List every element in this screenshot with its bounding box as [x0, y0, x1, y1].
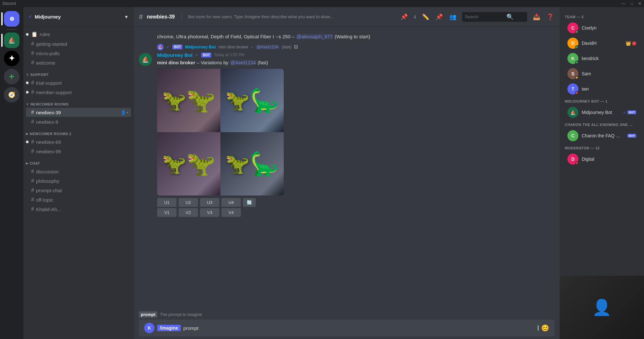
- hash-icon: #: [31, 80, 34, 86]
- member-item-davidh[interactable]: D DavidH 👑 ⬤: [562, 36, 641, 51]
- compass-icon: 🧭: [8, 91, 15, 98]
- maximize-button[interactable]: □: [631, 1, 633, 6]
- channel-item-partial[interactable]: # Khalid-Ah...: [26, 205, 131, 214]
- unread-indicator: [26, 33, 29, 36]
- channel-name-trial-support: trial-support: [36, 80, 62, 86]
- member-item-twn[interactable]: T twn: [562, 82, 641, 96]
- member-item-cixelyn[interactable]: C Cixelyn: [562, 20, 641, 35]
- prompt-input[interactable]: [183, 325, 535, 331]
- bot-avatar: ⛵: [139, 53, 152, 66]
- channel-item-discussion[interactable]: # discussion: [26, 167, 131, 176]
- category-newcomer-rooms-2[interactable]: ▶ NEWCOMER ROOMS 2: [23, 127, 134, 137]
- u1-button[interactable]: U1: [157, 198, 177, 207]
- status-dot-sam: [575, 76, 578, 79]
- charon-bot-badge: BOT: [627, 134, 636, 138]
- channel-item-micro-polls[interactable]: # micro-polls: [26, 49, 131, 58]
- server-menu-chevron[interactable]: ▼: [124, 14, 129, 19]
- v4-button[interactable]: V4: [221, 208, 241, 217]
- pin-icon[interactable]: 📌: [400, 13, 408, 21]
- channel-item-newbies-9[interactable]: # newbies-9: [26, 117, 131, 126]
- grid-cell-1[interactable]: 🦖: [157, 69, 220, 132]
- category-support[interactable]: ▼ SUPPORT: [23, 68, 134, 78]
- channel-item-off-topic[interactable]: # off-topic: [26, 195, 131, 204]
- channel-name-getting-started: getting-started: [36, 41, 67, 47]
- charon-badges: BOT: [627, 134, 636, 138]
- close-button[interactable]: ✕: [638, 1, 641, 6]
- bot-verified-check: ✓: [166, 44, 170, 49]
- hash-icon: #: [31, 187, 34, 193]
- category-chat[interactable]: ▶ CHAT: [23, 156, 134, 167]
- channel-item-welcome[interactable]: # welcome: [26, 58, 131, 67]
- channel-item-newbies-69[interactable]: # newbies-69: [26, 137, 131, 146]
- v2-button[interactable]: V2: [179, 208, 198, 217]
- explore-servers-button[interactable]: 🧭: [4, 87, 19, 103]
- member-avatar-midjourney-bot: ⛵: [567, 107, 578, 118]
- message-group-bot: ⛵ Midjourney Bot ✓ BOT Today at 2:55 PM …: [134, 51, 560, 220]
- search-input[interactable]: [465, 14, 504, 19]
- v3-button[interactable]: V3: [200, 208, 219, 217]
- member-item-midjourney-bot[interactable]: ⛵ Midjourney Bot ✓ BOT: [562, 105, 641, 120]
- channel-name-rules: rules: [40, 31, 50, 37]
- grid-cell-3[interactable]: 🦖: [157, 132, 220, 195]
- channel-item-newbies-39[interactable]: # newbies-39 👤+: [26, 108, 131, 117]
- category-newcomer-rooms[interactable]: ▼ NEWCOMER ROOMS: [23, 97, 134, 107]
- input-user-avatar: K: [144, 323, 155, 333]
- refresh-button[interactable]: 🔄: [243, 198, 256, 207]
- channel-item-trial-support[interactable]: # trial-support: [26, 78, 131, 87]
- hash-icon: #: [31, 139, 34, 145]
- channel-item-newbies-99[interactable]: # newbies-99: [26, 147, 131, 156]
- video-content: 👤: [560, 276, 644, 339]
- server-verified-icon: ✓: [29, 14, 32, 19]
- bot-notification-line: ⛵ ✓ BOT Midjourney Bot mini dino broker …: [134, 43, 560, 51]
- help-icon[interactable]: ❓: [546, 13, 554, 21]
- category-label-chat: CHAT: [30, 161, 40, 165]
- u3-button[interactable]: U3: [200, 198, 219, 207]
- search-box[interactable]: 🔍: [462, 12, 527, 22]
- add-server-button[interactable]: +: [4, 69, 19, 84]
- hash-icon: #: [31, 89, 34, 95]
- server-icon-midjourney[interactable]: ⛵: [4, 32, 19, 48]
- u4-button[interactable]: U4: [221, 198, 241, 207]
- edit-icon[interactable]: ✏️: [421, 13, 430, 21]
- member-item-sam[interactable]: S Sam: [562, 66, 641, 81]
- grid-cell-4[interactable]: 🦕: [220, 132, 284, 195]
- member-item-digital[interactable]: D Digital: [562, 152, 641, 167]
- dino-emoji-3: 🦖: [186, 150, 216, 178]
- minimize-button[interactable]: —: [622, 1, 625, 6]
- emoji-button[interactable]: 😊: [541, 324, 549, 332]
- bot-badge: BOT: [201, 53, 211, 57]
- waiting-status: (Waiting to start): [335, 34, 370, 39]
- titlebar-left: Discord: [3, 1, 16, 6]
- grid-cell-2[interactable]: 🦕: [220, 69, 284, 132]
- members-icon[interactable]: 👥: [449, 13, 457, 21]
- discord-home-button[interactable]: ⊕: [4, 11, 19, 27]
- channel-item-member-support[interactable]: # member-support: [26, 88, 131, 97]
- text-cursor: [538, 325, 539, 331]
- channel-name-philosophy: philosophy: [36, 178, 59, 184]
- v1-button[interactable]: V1: [157, 208, 177, 217]
- status-dot-kendrick: [575, 61, 578, 64]
- inline-mention: @Axel1234: [256, 44, 279, 49]
- prompt-label-desc: The prompt to imagine: [160, 312, 202, 317]
- channel-item-prompt-chat[interactable]: # prompt-chat: [26, 186, 131, 195]
- u2-button[interactable]: U2: [179, 198, 198, 207]
- server-header[interactable]: ✓ Midjourney ▼: [23, 7, 134, 27]
- channel-item-philosophy[interactable]: # philosophy: [26, 176, 131, 185]
- channel-item-rules[interactable]: 📋 rules: [26, 30, 131, 39]
- channel-item-getting-started[interactable]: # getting-started: [26, 39, 131, 48]
- message-input-container: K /imagine 😊: [139, 320, 554, 336]
- inbox-icon[interactable]: 📥: [532, 13, 541, 21]
- message-time: Today at 2:55 PM: [214, 53, 244, 57]
- verified-check-icon: ✓: [195, 53, 199, 57]
- member-item-kendrick[interactable]: K kendrick: [562, 51, 641, 66]
- unread-indicator: [26, 82, 29, 84]
- member-item-charon[interactable]: C Charon the FAQ … BOT: [562, 128, 641, 143]
- server-icon-openai[interactable]: ✦: [4, 51, 19, 66]
- titlebar-controls[interactable]: — □ ✕: [622, 1, 641, 6]
- channel-name-prompt-chat: prompt-chat: [36, 188, 62, 193]
- member-avatar-twn: T: [567, 83, 578, 94]
- channel-name-partial: Khalid-Ah...: [36, 207, 61, 212]
- channel-name-newbies-99: newbies-99: [36, 149, 61, 154]
- titlebar: Discord — □ ✕: [0, 0, 644, 7]
- pin2-icon[interactable]: 📌: [435, 13, 443, 21]
